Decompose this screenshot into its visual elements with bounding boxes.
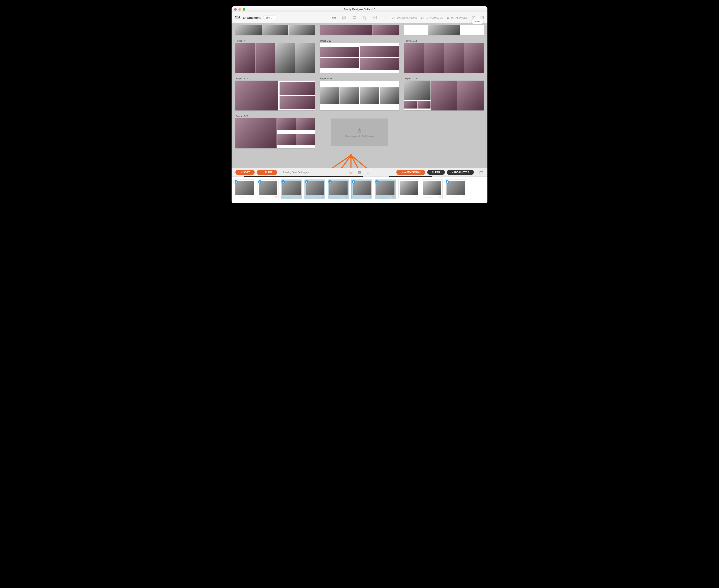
- rating-stars[interactable]: ☆☆☆☆☆: [330, 196, 339, 198]
- spread-cell[interactable]: [404, 25, 484, 35]
- image-thumbnail[interactable]: 1: [259, 181, 277, 195]
- image-card[interactable]: ☆☆☆☆☆♡: [398, 180, 419, 200]
- image-thumbnail[interactable]: [423, 181, 441, 195]
- rating-stars[interactable]: ☆☆☆☆☆: [353, 196, 362, 198]
- image-well[interactable]: 1☆☆☆☆☆♡1☆☆☆☆☆♡1☆☆☆☆☆♡1☆☆☆☆☆♡1☆☆☆☆☆♡1☆☆☆☆…: [232, 176, 487, 203]
- favorite-heart-icon[interactable]: ♡: [322, 196, 324, 199]
- spread-grid: Pages 7-8 Pages 9-10 Pages 11-12: [235, 25, 484, 148]
- filter-button[interactable]: 〈 FILTER: [257, 170, 277, 175]
- dots-view-icon[interactable]: [358, 170, 361, 174]
- rating-stars[interactable]: ☆☆☆☆☆: [423, 196, 433, 198]
- layout-icon[interactable]: [373, 15, 377, 20]
- project-name[interactable]: Engagement: [242, 16, 260, 19]
- usage-badge: 1: [258, 180, 261, 184]
- image-thumbnail[interactable]: [400, 181, 418, 195]
- total-pages-stat: 20 TOTAL PAGES: [447, 16, 467, 19]
- image-thumbnail[interactable]: 1: [306, 181, 324, 195]
- favorite-heart-icon[interactable]: ♡: [392, 196, 394, 199]
- well-scroll-indicator: [244, 176, 363, 177]
- spread-cell[interactable]: Pages 19-20: [235, 114, 315, 148]
- album-builder-icon[interactable]: [332, 15, 336, 20]
- auto-design-button[interactable]: 〈 AUTO DESIGN: [396, 170, 425, 175]
- stack-view-icon[interactable]: [366, 170, 370, 174]
- image-card[interactable]: 1☆☆☆☆☆♡: [328, 180, 349, 200]
- add-photos-button[interactable]: + ADD PHOTOS: [447, 170, 474, 175]
- rating-stars[interactable]: ☆☆☆☆☆: [400, 196, 409, 198]
- image-thumbnail[interactable]: 1: [376, 181, 395, 195]
- spread-label: Pages 13-14: [236, 77, 315, 80]
- window-title: Fundy Designer Suite v10: [232, 8, 487, 11]
- svg-point-19: [360, 172, 361, 172]
- card-footer: ☆☆☆☆☆♡: [330, 195, 347, 199]
- total-pages-label: TOTAL PAGES: [451, 16, 467, 19]
- grid-view-icon[interactable]: [349, 170, 353, 174]
- svg-rect-6: [358, 130, 361, 132]
- album-size-pill[interactable]: 8x8: [263, 16, 276, 20]
- image-card[interactable]: 1☆☆☆☆☆♡: [234, 180, 255, 200]
- image-thumbnail[interactable]: 1: [282, 181, 301, 195]
- favorite-heart-icon[interactable]: ♡: [298, 196, 300, 199]
- favorite-heart-icon[interactable]: ♡: [439, 196, 441, 199]
- titlebar: Fundy Designer Suite v10: [232, 6, 487, 13]
- action-bar-right: 〈 AUTO DESIGN CLEAR + ADD PHOTOS: [396, 170, 484, 175]
- album-size-text: 8x8: [266, 16, 270, 19]
- rating-stars[interactable]: ☆☆☆☆☆: [447, 196, 456, 198]
- cards-icon[interactable]: [362, 15, 367, 20]
- chevron-left-icon: 〈: [261, 171, 263, 174]
- spread-canvas[interactable]: Pages 7-8 Pages 9-10 Pages 11-12: [232, 23, 487, 168]
- spread-label: Pages 17-18: [405, 77, 484, 80]
- image-card[interactable]: 1☆☆☆☆☆♡: [281, 180, 302, 200]
- wall-art-icon[interactable]: [352, 15, 357, 20]
- spread-label: Pages 15-16: [320, 77, 399, 80]
- spread-cell[interactable]: Pages 7-8: [235, 39, 315, 73]
- expand-well-icon[interactable]: [479, 170, 484, 175]
- favorite-heart-icon[interactable]: ♡: [369, 196, 371, 199]
- sort-button[interactable]: 〈 SORT: [235, 170, 255, 175]
- rating-stars[interactable]: ☆☆☆☆☆: [282, 196, 292, 198]
- clear-button[interactable]: CLEAR: [427, 170, 445, 175]
- image-count-status: Showing 34 of 34 images: [282, 171, 309, 173]
- image-card[interactable]: ☆☆☆☆☆♡: [422, 180, 443, 200]
- favorite-heart-icon[interactable]: ♡: [251, 196, 254, 199]
- spread-cell[interactable]: Pages 17-18: [404, 77, 484, 110]
- spread-cell[interactable]: Pages 13-14: [235, 77, 315, 110]
- image-card[interactable]: 1☆☆☆☆☆♡: [258, 180, 278, 200]
- drop-images-zone[interactable]: Drop Images to Add Spread: [331, 119, 388, 146]
- favorite-heart-icon[interactable]: ♡: [463, 196, 465, 199]
- spread-cell[interactable]: Pages 11-12: [404, 39, 484, 73]
- chevron-left-icon: 〈: [401, 171, 403, 174]
- spread-cell[interactable]: Pages 9-10: [320, 39, 399, 73]
- order-icon[interactable]: [383, 15, 387, 20]
- image-thumbnail[interactable]: 1: [235, 181, 254, 195]
- spread-cell[interactable]: [235, 25, 315, 35]
- image-card[interactable]: 1☆☆☆☆☆♡: [375, 180, 396, 200]
- svg-point-13: [351, 172, 352, 173]
- rating-stars[interactable]: ☆☆☆☆☆: [306, 196, 316, 198]
- image-card[interactable]: 1☆☆☆☆☆♡: [352, 180, 372, 200]
- usage-badge: 1: [235, 180, 238, 184]
- favorite-heart-icon[interactable]: ♡: [345, 196, 347, 199]
- rating-stars[interactable]: ☆☆☆☆☆: [236, 196, 245, 198]
- image-thumbnail[interactable]: 1: [446, 181, 465, 195]
- spread-cell[interactable]: [320, 25, 399, 35]
- rating-stars[interactable]: ☆☆☆☆☆: [376, 196, 386, 198]
- comments-icon[interactable]: [342, 15, 346, 20]
- image-thumbnail[interactable]: 1: [329, 181, 347, 195]
- rating-stars[interactable]: ☆☆☆☆☆: [259, 196, 269, 198]
- spread-label: Pages 11-12: [405, 40, 484, 42]
- toolbar-right: 20 - 100 pages required 33 TOTAL IMAGES …: [392, 15, 484, 20]
- image-card[interactable]: 1☆☆☆☆☆♡: [445, 180, 466, 200]
- usage-badge: 1: [375, 180, 379, 184]
- favorite-heart-icon[interactable]: ♡: [416, 196, 418, 199]
- spread-label: Pages 19-20: [236, 115, 315, 118]
- spread-cell[interactable]: Pages 15-16: [320, 77, 399, 110]
- favorite-heart-icon[interactable]: ♡: [275, 196, 277, 199]
- app-window: Fundy Designer Suite v10 Engagement 8x8 …: [232, 6, 487, 203]
- view-button[interactable]: View: [471, 19, 484, 24]
- svg-rect-0: [353, 16, 356, 18]
- image-thumbnail[interactable]: 1: [353, 181, 371, 195]
- image-card[interactable]: 1☆☆☆☆☆♡: [304, 180, 325, 200]
- total-images-stat: 33 TOTAL IMAGES: [421, 16, 443, 19]
- well-scroll-indicator: [389, 176, 432, 177]
- svg-point-21: [359, 173, 360, 173]
